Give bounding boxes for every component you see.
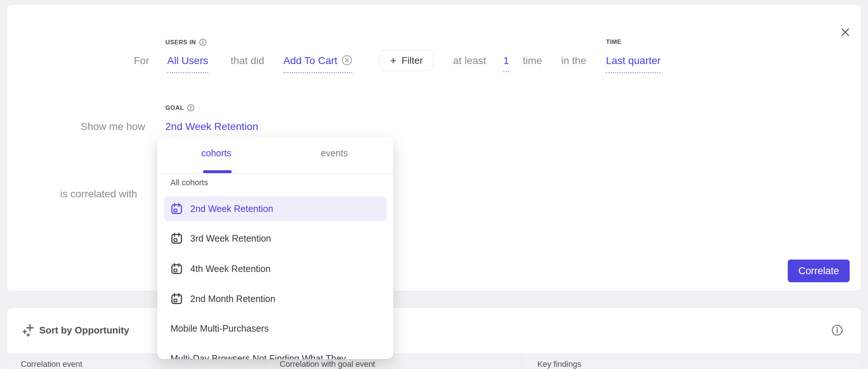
users-value: All Users	[167, 53, 208, 73]
time-range-selector[interactable]: Last quarter	[606, 53, 661, 73]
info-icon[interactable]	[199, 38, 207, 46]
tab-events[interactable]: events	[275, 137, 393, 173]
calendar-icon	[170, 262, 183, 275]
column-header-correlation-with-goal: Correlation with goal event	[280, 359, 375, 369]
list-item-4th-week-retention[interactable]: 4th Week Retention	[164, 256, 387, 281]
time-range-value: Last quarter	[606, 53, 661, 73]
list-item-2nd-week-retention[interactable]: 2nd Week Retention	[164, 196, 387, 221]
sort-row: Sort by Opportunity	[7, 308, 861, 353]
users-in-label: USERS IN	[165, 38, 207, 46]
filter-button-label: Filter	[402, 55, 423, 66]
calendar-icon	[170, 232, 183, 245]
all-cohorts-section-label: All cohorts	[170, 178, 208, 187]
tab-cohorts[interactable]: cohorts	[157, 137, 275, 173]
at-least-text: at least	[453, 53, 486, 68]
remove-event-icon[interactable]	[342, 55, 352, 66]
goal-label: GOAL	[165, 104, 195, 112]
count-value: 1	[503, 53, 509, 72]
calendar-icon	[170, 202, 183, 215]
dropdown-tabs: cohorts events	[157, 137, 393, 174]
time-word-text: time	[523, 53, 542, 68]
is-correlated-with-text: is correlated with	[60, 187, 137, 201]
info-icon[interactable]	[187, 104, 195, 112]
column-header-correlation-event: Correlation event	[21, 359, 82, 369]
time-label: TIME	[606, 38, 621, 46]
goal-value: 2nd Week Retention	[165, 119, 258, 139]
opportunity-sparkle-icon	[22, 323, 36, 338]
calendar-icon	[170, 292, 183, 305]
plus-icon: +	[390, 55, 397, 66]
event-value: Add To Cart	[283, 55, 337, 66]
results-table-header: Correlation event Correlation with goal …	[7, 353, 861, 369]
list-item-mobile-multi-purchasers[interactable]: Mobile Multi-Purchasers	[164, 316, 387, 341]
goal-selector[interactable]: 2nd Week Retention	[165, 119, 258, 139]
users-selector[interactable]: All Users	[167, 53, 208, 73]
in-the-text: in the	[561, 53, 586, 68]
count-selector[interactable]: 1	[503, 53, 509, 72]
list-item-2nd-month-retention[interactable]: 2nd Month Retention	[164, 286, 387, 311]
results-card: Sort by Opportunity Correlation event Co…	[7, 308, 861, 369]
info-icon[interactable]	[831, 324, 843, 336]
event-selector[interactable]: Add To Cart	[283, 53, 352, 73]
for-text: For	[134, 53, 149, 68]
that-did-text: that did	[231, 53, 264, 68]
active-tab-indicator	[203, 170, 232, 173]
close-icon[interactable]	[840, 27, 851, 38]
show-me-how-text: Show me how	[81, 119, 145, 134]
goal-picker-dropdown: cohorts events All cohorts 2nd Week Rete…	[157, 137, 393, 359]
list-item-3rd-week-retention[interactable]: 3rd Week Retention	[164, 226, 387, 251]
add-filter-button[interactable]: + Filter	[379, 50, 433, 71]
query-builder-card: USERS IN TIME GOAL Fo	[7, 4, 861, 291]
correlate-button[interactable]: Correlate	[788, 260, 850, 282]
list-item-multi-day-browsers[interactable]: Multi-Day Browsers Not Finding What They	[164, 346, 387, 359]
correlate-screen: USERS IN TIME GOAL Fo	[0, 0, 868, 369]
sort-by-opportunity-label[interactable]: Sort by Opportunity	[39, 325, 129, 336]
column-header-key-findings: Key findings	[537, 359, 581, 369]
column-divider	[522, 353, 522, 369]
